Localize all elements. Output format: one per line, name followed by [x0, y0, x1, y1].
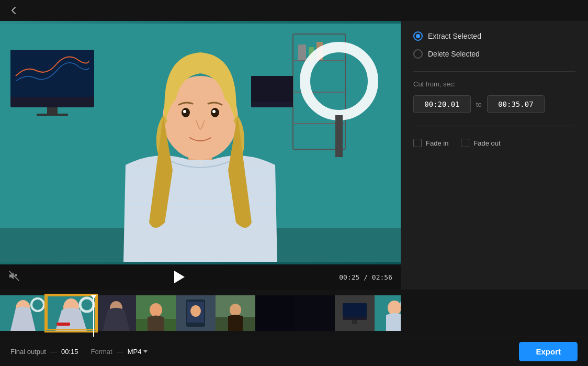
fade-out-checkbox[interactable] — [461, 139, 469, 147]
frame-10[interactable] — [375, 295, 401, 331]
playhead-triangle — [91, 295, 97, 299]
radio-dot — [416, 34, 420, 38]
option-group: Extract Selected Delete Selected — [413, 31, 575, 72]
back-button[interactable] — [6, 3, 21, 18]
fade-section: Fade in Fade out — [413, 135, 575, 147]
top-bar — [0, 0, 588, 21]
frame-4[interactable] — [136, 295, 176, 331]
svg-rect-15 — [335, 115, 343, 157]
time-end-input[interactable]: 00:35.07 — [487, 95, 545, 113]
svg-point-45 — [150, 303, 162, 317]
svg-rect-39 — [56, 323, 70, 326]
svg-point-49 — [190, 305, 201, 317]
final-output-label: Final output — [10, 348, 46, 356]
frame-1[interactable] — [0, 295, 46, 331]
format-label: Format — [91, 348, 112, 356]
svg-rect-58 — [352, 320, 357, 324]
dash: — — [50, 348, 57, 356]
cut-section: Cut from, sec: 00:20.01 to 00:35.07 — [413, 80, 575, 126]
svg-rect-10 — [47, 107, 58, 114]
svg-point-30 — [212, 110, 216, 113]
fade-in-label: Fade in — [426, 139, 448, 147]
timeline-row — [0, 290, 588, 337]
svg-point-60 — [388, 301, 401, 315]
timeline-track — [0, 295, 401, 331]
playhead — [93, 295, 94, 337]
delete-selected-option[interactable]: Delete Selected — [413, 49, 575, 59]
video-player — [0, 21, 401, 264]
frame-9[interactable] — [335, 295, 375, 331]
delete-selected-label: Delete Selected — [428, 50, 480, 58]
frame-8[interactable] — [295, 295, 335, 331]
extract-selected-label: Extract Selected — [428, 32, 481, 40]
play-icon — [174, 271, 185, 283]
output-duration: 00:15 — [61, 348, 78, 356]
final-output-info: Final output — 00:15 Format — MP4 — [10, 348, 148, 356]
format-value: MP4 — [128, 348, 142, 356]
fade-in-option[interactable]: Fade in — [413, 139, 448, 147]
svg-rect-2 — [293, 60, 345, 61]
app-container: 00:25 / 02:56 Extract Selected Delete Se… — [0, 0, 588, 366]
time-display: 00:25 / 02:56 — [339, 273, 392, 281]
svg-rect-54 — [295, 295, 335, 331]
mute-button[interactable] — [8, 270, 20, 284]
export-button[interactable]: Export — [519, 342, 578, 361]
frame-2[interactable] — [46, 295, 96, 331]
format-select[interactable]: MP4 — [128, 348, 148, 356]
video-thumbnail — [0, 21, 401, 264]
svg-point-25 — [199, 161, 202, 164]
svg-rect-3 — [293, 92, 345, 93]
time-inputs: 00:20.01 to 00:35.07 — [413, 95, 575, 113]
svg-rect-13 — [251, 76, 293, 102]
delete-radio[interactable] — [413, 49, 423, 59]
timeline-area[interactable] — [0, 290, 401, 337]
play-button[interactable] — [26, 271, 333, 283]
format-dash: — — [117, 348, 123, 356]
fade-in-checkbox[interactable] — [413, 139, 422, 147]
format-arrow-icon — [143, 350, 148, 353]
extract-selected-option[interactable]: Extract Selected — [413, 31, 575, 41]
fade-out-label: Fade out — [473, 139, 500, 147]
main-content: 00:25 / 02:56 Extract Selected Delete Se… — [0, 21, 588, 290]
right-panel: Extract Selected Delete Selected Cut fro… — [401, 21, 588, 290]
to-label: to — [476, 101, 482, 108]
frame-6[interactable] — [216, 295, 255, 331]
svg-point-52 — [230, 304, 241, 316]
cut-from-label: Cut from, sec: — [413, 80, 575, 88]
frame-7[interactable] — [255, 295, 295, 331]
frame-5[interactable] — [176, 295, 216, 331]
fade-out-option[interactable]: Fade out — [461, 139, 500, 147]
bottom-bar: Final output — 00:15 Format — MP4 Export — [0, 337, 588, 366]
timeline-right-spacer — [401, 290, 588, 337]
svg-point-29 — [183, 110, 186, 113]
time-start-input[interactable]: 00:20.01 — [413, 95, 471, 113]
svg-rect-57 — [343, 303, 367, 317]
video-controls: 00:25 / 02:56 — [0, 264, 401, 290]
svg-rect-11 — [37, 114, 68, 116]
extract-radio[interactable] — [413, 31, 423, 41]
video-area: 00:25 / 02:56 — [0, 21, 401, 290]
svg-rect-5 — [298, 45, 306, 60]
svg-rect-9 — [10, 50, 94, 97]
frame-3[interactable] — [96, 295, 136, 331]
svg-rect-53 — [255, 295, 295, 331]
